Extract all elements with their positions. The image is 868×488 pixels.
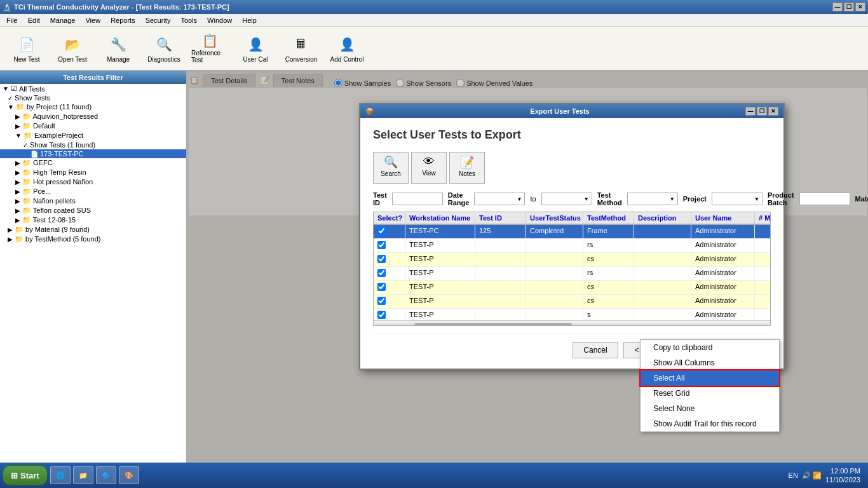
tree-item-173-test-pc[interactable]: 📄 173-TEST-PC	[0, 149, 186, 158]
menu-edit[interactable]: Edit	[24, 15, 44, 25]
cell-select[interactable]	[374, 253, 405, 266]
search-tool-button[interactable]: 🔍 Search	[373, 152, 409, 184]
notes-tool-button[interactable]: 📝 Notes	[449, 152, 485, 184]
tree-item-hot-pressed-nafion[interactable]: ▶ 📁 Hot pressed Nafion	[0, 177, 186, 187]
diagnostics-button[interactable]: 🔍 Diagnostics	[142, 30, 186, 67]
toolbar: 📄 New Test 📂 Open Test 🔧 Manage 🔍 Diagno…	[0, 27, 868, 71]
close-button[interactable]: ✕	[855, 3, 865, 11]
new-test-button[interactable]: 📄 New Test	[5, 30, 48, 67]
menu-bar: File Edit Manage View Reports Security T…	[0, 14, 868, 27]
view-tool-button[interactable]: 👁 View	[411, 152, 447, 184]
open-test-button[interactable]: 📂 Open Test	[51, 30, 94, 67]
menu-tools[interactable]: Tools	[177, 15, 201, 25]
user-cal-button[interactable]: 👤 User Cal	[234, 30, 277, 67]
ctx-copy-to-clipboard[interactable]: Copy to clipboard	[641, 340, 779, 355]
grid-row[interactable]: TEST-P rs Administrator	[374, 267, 770, 281]
menu-window[interactable]: Window	[203, 15, 236, 25]
add-control-button[interactable]: 👤 Add Control	[325, 30, 369, 67]
menu-view[interactable]: View	[81, 15, 104, 25]
date-to-dropdown[interactable]	[541, 193, 592, 205]
col-testid: Test ID	[475, 212, 526, 224]
cell-username: Administrator	[691, 309, 755, 320]
tree-item-pce[interactable]: ▶ 📁 Pce...	[0, 187, 186, 196]
grid-row[interactable]: TEST-P rs Administrator	[374, 239, 770, 253]
ctx-reset-grid[interactable]: Reset Grid	[641, 386, 779, 401]
ctx-select-all[interactable]: Select All	[641, 370, 779, 386]
tree-item-high-temp-resin[interactable]: ▶ 📁 High Temp Resin	[0, 168, 186, 177]
horizontal-scrollbar[interactable]	[374, 320, 770, 326]
tree-item-aquivion[interactable]: ▶ 📁 Aquivion_hotpressed	[0, 112, 186, 121]
dialog-minimize-button[interactable]: —	[745, 107, 756, 116]
cancel-button[interactable]: Cancel	[573, 342, 618, 358]
tree-item-nafion-pellets[interactable]: ▶ 📁 Nafion pellets	[0, 196, 186, 206]
cell-select[interactable]	[374, 239, 405, 252]
taskbar-app[interactable]: 🎨	[119, 466, 139, 484]
tree-item-by-material[interactable]: ▶ 📁 by Material (9 found)	[0, 225, 186, 234]
cell-select[interactable]	[374, 309, 405, 320]
reference-test-icon: 📋	[200, 33, 220, 48]
cell-select[interactable]	[374, 295, 405, 308]
cell-testid	[475, 295, 526, 308]
project-dropdown[interactable]	[712, 193, 763, 205]
cell-method: rs	[583, 267, 634, 280]
clock: 12:00 PM 11/10/2023	[825, 466, 860, 485]
date-from-dropdown[interactable]	[474, 193, 525, 205]
cell-select[interactable]	[374, 225, 405, 238]
menu-manage[interactable]: Manage	[46, 15, 79, 25]
cell-testid	[475, 281, 526, 294]
cell-workstation: TEST-P	[405, 281, 475, 294]
menu-reports[interactable]: Reports	[107, 15, 139, 25]
grid-row[interactable]: TEST-PC 125 Completed Frame Administrato…	[374, 225, 770, 239]
cell-status: Completed	[526, 225, 583, 238]
tree-item-teflon[interactable]: ▶ 📁 Teflon coated SUS	[0, 206, 186, 215]
taskbar-ie[interactable]: 🌐	[50, 466, 71, 484]
grid-row[interactable]: TEST-P s Administrator	[374, 309, 770, 320]
taskbar-edge[interactable]: 🔷	[96, 466, 116, 484]
restore-button[interactable]: ❐	[844, 3, 854, 11]
minimize-button[interactable]: —	[832, 3, 843, 11]
cell-method: s	[583, 309, 634, 320]
ctx-show-audit-trail[interactable]: Show Audit Trail for this record	[641, 416, 779, 431]
dialog-title: Export User Tests	[530, 107, 589, 115]
tree-item-gefc[interactable]: ▶ 📁 GEFC	[0, 158, 186, 168]
menu-file[interactable]: File	[3, 15, 22, 25]
cell-meas	[755, 295, 770, 308]
grid-row[interactable]: TEST-P cs Administrator	[374, 281, 770, 295]
cell-username: Administrator	[691, 239, 755, 252]
tree-item-default[interactable]: ▶ 📁 Default	[0, 121, 186, 131]
cell-description	[634, 225, 691, 238]
conversion-button[interactable]: 🖩 Conversion	[280, 30, 323, 67]
ctx-show-all-columns[interactable]: Show All Columns	[641, 355, 779, 370]
grid-row[interactable]: TEST-P cs Administrator	[374, 253, 770, 267]
cell-select[interactable]	[374, 267, 405, 280]
tree-item-by-project[interactable]: ▼ 📁 by Project (11 found)	[0, 102, 186, 112]
test-method-dropdown[interactable]	[627, 193, 678, 205]
tree-item-show-tests-1[interactable]: ✓ Show Tests (1 found)	[0, 140, 186, 149]
cell-username: Administrator	[691, 225, 755, 238]
start-button[interactable]: ⊞ Start	[3, 465, 48, 485]
tree-item-example-project[interactable]: ▼ 📁 ExampleProject	[0, 131, 186, 140]
dialog-close-button[interactable]: ✕	[768, 107, 778, 116]
tree-item-by-testmethod[interactable]: ▶ 📁 by TestMethod (5 found)	[0, 234, 186, 244]
product-batch-input[interactable]	[799, 193, 850, 205]
dialog-restore-button[interactable]: ❐	[757, 107, 767, 116]
menu-help[interactable]: Help	[238, 15, 261, 25]
manage-button[interactable]: 🔧 Manage	[97, 30, 140, 67]
menu-security[interactable]: Security	[142, 15, 175, 25]
cell-select[interactable]	[374, 281, 405, 294]
cell-method: cs	[583, 281, 634, 294]
taskbar-explorer[interactable]: 📁	[73, 466, 93, 484]
cell-description	[634, 281, 691, 294]
tree-item-test-12-08-15[interactable]: ▶ 📁 Test 12-08-15	[0, 215, 186, 225]
open-test-label: Open Test	[58, 56, 86, 63]
ctx-select-none[interactable]: Select None	[641, 401, 779, 416]
tree-item-all-tests[interactable]: ▼ ☑ All Tests	[0, 84, 186, 93]
grid-row[interactable]: TEST-P cs Administrator	[374, 295, 770, 309]
test-id-input[interactable]	[392, 193, 443, 205]
cell-username: Administrator	[691, 267, 755, 280]
sys-icons: 🔊 📶	[802, 471, 822, 480]
cell-status	[526, 253, 583, 266]
reference-test-button[interactable]: 📋 Reference Test	[188, 30, 231, 67]
product-batch-label: Product Batch	[768, 191, 794, 207]
tree-item-show-tests[interactable]: ✓ Show Tests	[0, 93, 186, 102]
